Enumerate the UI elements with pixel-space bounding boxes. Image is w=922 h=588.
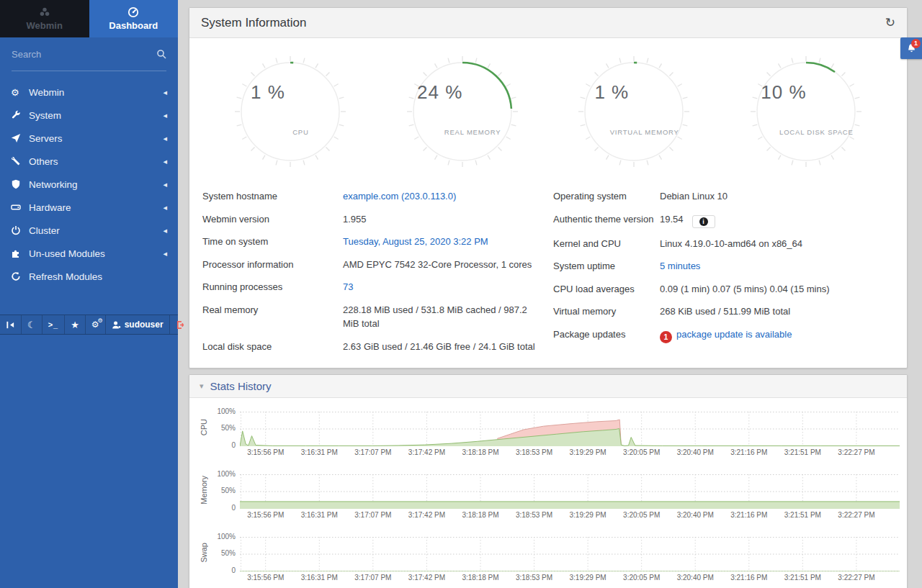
sidebar-item-hardware[interactable]: Hardware◂	[0, 196, 178, 219]
chevron-left-icon: ◂	[163, 111, 167, 120]
harddrive-icon	[11, 202, 29, 212]
info-row-time-on-system: Time on systemTuesday, August 25, 2020 3…	[202, 230, 543, 253]
username-label: sudouser	[125, 320, 164, 330]
chart-x-ticks: 3:15:56 PM3:16:31 PM3:17:07 PM3:17:42 PM…	[240, 571, 900, 583]
x-tick-label: 3:16:31 PM	[301, 574, 338, 582]
x-tick-label: 3:17:07 PM	[354, 511, 391, 519]
y-tick-label: 0	[212, 442, 236, 449]
x-tick-label: 3:21:51 PM	[784, 511, 821, 519]
info-value-link[interactable]: 73	[343, 281, 353, 292]
y-tick-label: 50%	[212, 550, 236, 557]
terminal-button[interactable]: >_	[42, 315, 66, 334]
tab-dashboard[interactable]: Dashboard	[89, 0, 179, 37]
info-label: Real memory	[202, 303, 343, 331]
gauge-real-memory: 24 % REAL MEMORY	[405, 54, 520, 175]
info-value: Tuesday, August 25, 2020 3:22 PM	[343, 235, 543, 249]
gauge-cpu: 1 % CPU	[233, 54, 348, 175]
info-row-system-uptime: System uptime5 minutes	[553, 255, 894, 278]
chart-memory: Memory 100%50%0 3:15:56 PM3:16:31 PM3:17…	[195, 471, 900, 520]
y-tick-label: 100%	[212, 471, 236, 478]
search-icon[interactable]	[156, 49, 166, 59]
sidebar-item-label: Un-used Modules	[29, 248, 105, 259]
info-label: Operating system	[553, 189, 660, 204]
search-input[interactable]	[12, 49, 156, 60]
x-tick-label: 3:17:07 PM	[354, 448, 391, 456]
sidebar-item-cluster[interactable]: Cluster◂	[0, 219, 178, 242]
y-tick-label: 50%	[212, 425, 236, 432]
sidebar-item-networking[interactable]: Networking◂	[0, 173, 178, 196]
stats-history-card: ▾ Stats History CPU 100%50%0 3:15:56 PM3…	[189, 374, 908, 588]
shield-icon	[11, 179, 29, 189]
info-value: 5 minutes	[660, 259, 894, 273]
system-info-table: System hostnameexample.com (203.0.113.0)…	[189, 179, 907, 368]
info-row-operating-system: Operating systemDebian Linux 10	[553, 185, 894, 208]
chevron-left-icon: ◂	[163, 226, 167, 235]
refresh-icon	[11, 271, 29, 281]
info-label: Time on system	[202, 235, 343, 249]
theme-info-button[interactable]: i	[692, 215, 715, 228]
x-tick-label: 3:16:31 PM	[301, 511, 338, 519]
info-row-authentic-theme-version: Authentic theme version19.54i	[553, 208, 894, 232]
info-column-right: Operating systemDebian Linux 10Authentic…	[553, 185, 894, 358]
info-row-cpu-load-averages: CPU load averages0.09 (1 min) 0.07 (5 mi…	[553, 278, 894, 301]
sidebar-item-others[interactable]: Others◂	[0, 150, 178, 173]
x-tick-label: 3:22:27 PM	[838, 574, 874, 582]
y-tick-label: 0	[212, 567, 236, 574]
chart-y-axis-title: Memory	[200, 476, 208, 505]
gauge-local-disk-space: 10 % LOCAL DISK SPACE	[748, 54, 864, 175]
x-tick-label: 3:20:40 PM	[677, 448, 714, 456]
sidebar-item-un-used-modules[interactable]: Un-used Modules◂	[0, 242, 178, 265]
sidebar-item-system[interactable]: System◂	[0, 104, 178, 127]
user-menu-button[interactable]: sudouser	[106, 315, 170, 334]
chevron-left-icon: ◂	[163, 203, 167, 212]
x-tick-label: 3:21:16 PM	[730, 511, 767, 519]
gauge-label: REAL MEMORY	[415, 128, 530, 136]
sidebar-item-label: Networking	[29, 179, 78, 190]
info-value: AMD EPYC 7542 32-Core Processor, 1 cores	[343, 258, 543, 272]
info-value: 1package update is available	[660, 327, 894, 343]
info-value-link[interactable]: Tuesday, August 25, 2020 3:22 PM	[343, 236, 488, 247]
info-row-system-hostname: System hostnameexample.com (203.0.113.0)	[202, 185, 543, 208]
gauge-label: CPU	[243, 128, 358, 136]
stats-history-title: Stats History	[210, 380, 272, 392]
x-tick-label: 3:21:51 PM	[784, 448, 821, 456]
tab-dashboard-label: Dashboard	[109, 20, 158, 31]
info-value-link[interactable]: package update is available	[676, 329, 792, 340]
night-mode-button[interactable]: ☾	[22, 315, 42, 334]
notifications-button[interactable]: 1	[900, 37, 922, 59]
info-value-link[interactable]: example.com (203.0.113.0)	[343, 191, 456, 202]
x-tick-label: 3:18:53 PM	[516, 448, 552, 456]
chart-y-axis-title: CPU	[200, 419, 208, 435]
info-column-left: System hostnameexample.com (203.0.113.0)…	[202, 185, 543, 358]
wrench-icon	[11, 110, 29, 120]
notification-count-badge: 1	[911, 39, 921, 48]
sidebar-search	[12, 37, 166, 71]
x-tick-label: 3:20:40 PM	[677, 574, 714, 582]
favorites-button[interactable]: ★	[65, 315, 86, 334]
info-row-local-disk-space: Local disk space2.63 GiB used / 21.46 Gi…	[202, 335, 543, 358]
info-label: System uptime	[553, 259, 660, 273]
x-tick-label: 3:18:53 PM	[516, 511, 552, 519]
x-tick-label: 3:15:56 PM	[247, 511, 284, 519]
x-tick-label: 3:21:16 PM	[730, 574, 767, 582]
page-title: System Information	[201, 16, 306, 30]
sidebar-item-servers[interactable]: Servers◂	[0, 127, 178, 150]
refresh-icon[interactable]: ↻	[885, 17, 895, 29]
chevron-left-icon: ◂	[163, 157, 167, 166]
sidebar-item-refresh-modules[interactable]: Refresh Modules	[0, 265, 178, 288]
stats-history-header[interactable]: ▾ Stats History	[189, 375, 907, 398]
stats-charts: CPU 100%50%0 3:15:56 PM3:16:31 PM3:17:07…	[189, 398, 907, 583]
x-tick-label: 3:22:27 PM	[838, 511, 874, 519]
puzzle-icon	[11, 248, 29, 258]
x-tick-label: 3:17:42 PM	[408, 511, 445, 519]
x-tick-label: 3:18:53 PM	[516, 574, 552, 582]
sidebar-item-webmin[interactable]: ⚙Webmin◂	[0, 81, 178, 104]
x-tick-label: 3:17:07 PM	[354, 574, 391, 582]
sidebar-item-label: Hardware	[29, 202, 71, 213]
sidebar-collapse-button[interactable]	[0, 315, 22, 334]
chart-y-axis-title: Swap	[200, 543, 208, 563]
x-tick-label: 3:20:05 PM	[623, 574, 660, 582]
info-value-link[interactable]: 5 minutes	[660, 261, 700, 271]
tab-webmin[interactable]: Webmin	[0, 0, 89, 37]
settings-button[interactable]: ⚙⚙	[86, 315, 106, 334]
